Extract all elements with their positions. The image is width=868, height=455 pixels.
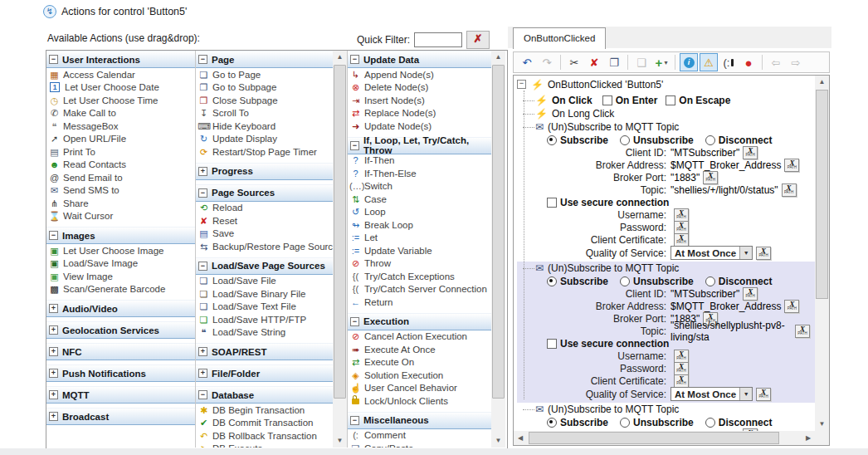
action-item-db-execute[interactable]: ➤DB Execute bbox=[196, 443, 333, 448]
delete-button[interactable]: ✘ bbox=[585, 53, 603, 71]
action-item-scan-generate-barcode[interactable]: ▩Scan/Generate Barcode bbox=[46, 283, 195, 296]
xpath-edit-button[interactable]: XPATH bbox=[743, 287, 758, 301]
xpath-edit-button[interactable]: XPATH bbox=[782, 183, 797, 197]
action-item-cancel-action-execution[interactable]: ⊘Cancel Action Execution bbox=[348, 330, 491, 344]
radio-unsubscribe[interactable] bbox=[620, 418, 630, 428]
column-2-scrollbar[interactable]: ▲ ▼ bbox=[333, 51, 348, 448]
mqtt-action-title[interactable]: ✉(Un)Subscribe to MQTT Topic bbox=[535, 403, 815, 416]
group-header-load-save-page-sources[interactable]: −Load/Save Page Sources bbox=[196, 257, 333, 275]
action-item-make-call-to[interactable]: ✆Make Call to bbox=[46, 107, 195, 120]
action-item-load-save-image[interactable]: ▣Load/Save Image bbox=[46, 257, 195, 271]
action-item-messagebox[interactable]: ❝MessageBox bbox=[46, 120, 195, 133]
scroll-up-icon[interactable]: ▲ bbox=[815, 76, 829, 89]
expand-icon[interactable]: + bbox=[198, 369, 207, 378]
on-long-click-row[interactable]: ⚡On Long Click bbox=[535, 107, 815, 120]
action-item-send-email-to[interactable]: @Send Email to bbox=[46, 171, 195, 184]
field-value[interactable]: $MQTT_Broker_Address bbox=[671, 159, 781, 171]
scrollbar-thumb[interactable] bbox=[529, 432, 779, 444]
action-item-view-image[interactable]: ▣View Image bbox=[46, 270, 195, 283]
action-item-go-to-subpage[interactable]: ❐Go to Subpage bbox=[196, 81, 333, 95]
action-item-hide-keyboard[interactable]: ⌨Hide Keyboard bbox=[196, 120, 333, 133]
action-item-scroll-to[interactable]: ↧Scroll To bbox=[196, 107, 333, 120]
expand-icon[interactable]: + bbox=[49, 412, 58, 421]
group-header-database[interactable]: −Database bbox=[196, 386, 333, 404]
group-header-page[interactable]: −Page bbox=[196, 51, 333, 68]
field-value[interactable]: "shellies/+/light/0/status" bbox=[671, 184, 778, 196]
group-header-nfc[interactable]: +NFC bbox=[46, 343, 195, 360]
action-item-lock-unlock-clients[interactable]: Lock/Unlock Clients bbox=[348, 394, 491, 408]
action-item-loop[interactable]: ↺Loop bbox=[348, 206, 491, 219]
mqtt-action-title[interactable]: ✉(Un)Subscribe to MQTT Topic bbox=[535, 120, 815, 134]
tree-horizontal-scrollbar[interactable]: ◀ ▶ bbox=[514, 431, 815, 445]
scrollbar-thumb[interactable] bbox=[334, 65, 346, 399]
xpath-edit-button[interactable]: XPATH bbox=[784, 300, 799, 313]
scrollbar-thumb[interactable] bbox=[492, 65, 505, 399]
scroll-up-icon[interactable]: ▲ bbox=[491, 51, 505, 64]
collapse-icon[interactable]: − bbox=[350, 317, 359, 326]
on-click-row[interactable]: ⚡On ClickOn EnterOn Escape bbox=[535, 94, 815, 107]
xpath-edit-button[interactable]: XPATH bbox=[674, 233, 689, 247]
radio-unsubscribe[interactable] bbox=[620, 276, 630, 286]
action-item-wait-cursor[interactable]: ⌛Wait Cursor bbox=[46, 210, 195, 223]
group-header-mqtt[interactable]: +MQTT bbox=[46, 386, 195, 404]
field-value[interactable]: $MQTT_Broker_Address bbox=[671, 301, 781, 312]
warning-toggle-button[interactable]: ⚠ bbox=[700, 53, 718, 71]
action-item-try-catch-exceptions[interactable]: {(Try/Catch Exceptions bbox=[348, 270, 491, 283]
action-item-backup-restore-page-sources[interactable]: ⇆Backup/Restore Page Sources bbox=[196, 240, 333, 253]
group-header-miscellaneous[interactable]: −Miscellaneous bbox=[348, 412, 491, 429]
collapse-icon[interactable]: − bbox=[350, 55, 359, 64]
expand-icon[interactable]: + bbox=[198, 347, 207, 356]
expand-icon[interactable]: + bbox=[49, 390, 58, 399]
action-item-print-to[interactable]: ▤Print To bbox=[46, 145, 195, 159]
scroll-right-icon[interactable]: ▶ bbox=[802, 431, 815, 445]
action-item-replace-node-s[interactable]: ⇄Replace Node(s) bbox=[348, 107, 491, 120]
group-header-user-interactions[interactable]: −User Interactions bbox=[46, 51, 195, 68]
action-item-delete-node-s[interactable]: ⊗Delete Node(s) bbox=[348, 81, 491, 95]
group-header-progress[interactable]: +Progress bbox=[196, 163, 333, 180]
collapse-icon[interactable]: − bbox=[198, 390, 207, 399]
field-value[interactable]: "MTSubscriber" bbox=[671, 288, 739, 300]
column-3-scrollbar[interactable]: ▲ ▼ bbox=[491, 51, 505, 448]
qos-dropdown[interactable]: At Most Once▼ bbox=[671, 246, 753, 260]
group-header-images[interactable]: −Images bbox=[46, 227, 195, 244]
action-item-let-user-choose-time[interactable]: ◷Let User Choose Time bbox=[46, 94, 195, 107]
checkbox[interactable] bbox=[666, 95, 675, 105]
xpath-edit-button[interactable]: XPATH bbox=[795, 325, 810, 338]
add-action-button[interactable]: +▾ bbox=[652, 53, 671, 71]
collapse-icon[interactable]: − bbox=[517, 80, 526, 89]
group-header-geolocation-services[interactable]: +Geolocation Services bbox=[46, 321, 195, 339]
action-item-comment[interactable]: (:Comment bbox=[348, 429, 491, 443]
radio-disconnect[interactable] bbox=[705, 276, 715, 286]
action-item-user-cancel-behavior[interactable]: ☝User Cancel Behavior bbox=[348, 382, 491, 395]
xpath-edit-button[interactable]: XPATH bbox=[756, 388, 771, 401]
xpath-edit-button[interactable]: XPATH bbox=[674, 362, 689, 375]
action-item-execute-at-once[interactable]: ➠Execute At Once bbox=[348, 343, 491, 356]
action-item-copy-paste[interactable]: ❏Copy/Paste ... bbox=[348, 442, 491, 448]
scroll-down-icon[interactable]: ▼ bbox=[491, 434, 505, 448]
action-item-let-user-choose-image[interactable]: ▣Let User Choose Image bbox=[46, 244, 195, 257]
action-item-update-display[interactable]: ↻Update Display bbox=[196, 133, 333, 146]
action-item-access-calendar[interactable]: ▦Access Calendar bbox=[46, 68, 195, 81]
action-item-go-to-page[interactable]: ❏Go to Page bbox=[196, 68, 333, 81]
action-item-load-save-string[interactable]: ❝Load/Save String bbox=[196, 326, 333, 340]
collapse-icon[interactable]: − bbox=[198, 262, 207, 271]
action-item-save[interactable]: ▤Save bbox=[196, 228, 333, 241]
checkbox[interactable] bbox=[547, 339, 557, 349]
action-item-update-node-s[interactable]: ➜Update Node(s) bbox=[348, 120, 491, 133]
action-item-append-node-s[interactable]: ↳Append Node(s) bbox=[348, 68, 491, 81]
clear-filter-button[interactable]: ✗ bbox=[466, 31, 490, 49]
group-header-soap-rest[interactable]: +SOAP/REST bbox=[196, 343, 333, 360]
field-value[interactable]: "1883" bbox=[671, 172, 700, 183]
action-item-share[interactable]: ⋔Share bbox=[46, 197, 195, 210]
action-item-let-user-choose-date[interactable]: 1Let User Choose Date bbox=[46, 81, 195, 95]
radio-unsubscribe[interactable] bbox=[620, 135, 630, 145]
info-toggle-button[interactable]: i bbox=[680, 53, 698, 71]
group-header-update-data[interactable]: −Update Data bbox=[348, 51, 491, 68]
group-header-page-sources[interactable]: −Page Sources bbox=[196, 184, 333, 202]
xpath-edit-button[interactable]: XPATH bbox=[674, 374, 689, 388]
action-item-close-subpage[interactable]: ❐Close Subpage bbox=[196, 94, 333, 107]
action-item-reload[interactable]: ⟲Reload bbox=[196, 202, 333, 215]
action-item-try-catch-server-connection[interactable]: {(Try/Catch Server Connection bbox=[348, 283, 491, 296]
action-item-switch[interactable]: (…)Switch bbox=[348, 180, 491, 193]
tree-root-row[interactable]: −⚡OnButtonClicked 'Button5' bbox=[517, 77, 815, 91]
